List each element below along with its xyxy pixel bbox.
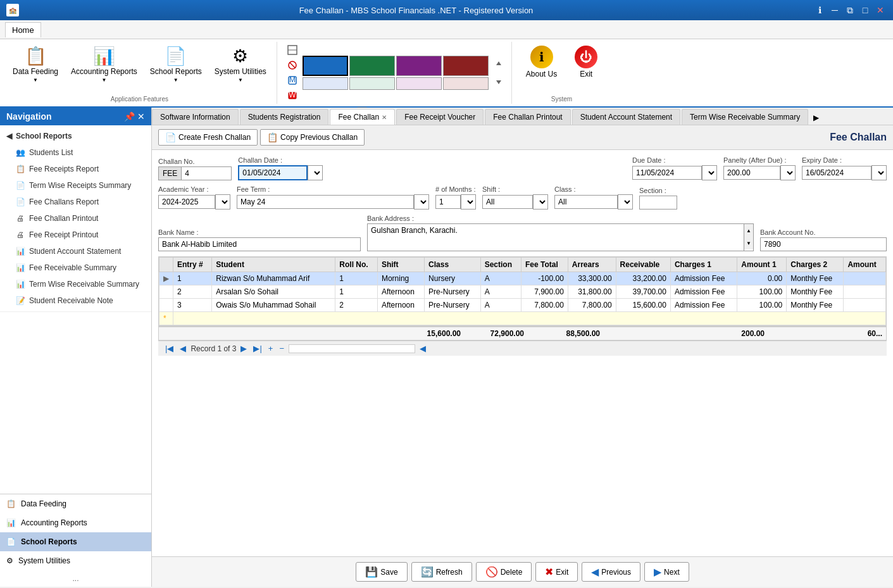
- bank-address-input[interactable]: Gulshan Branch, Karachi.: [367, 223, 744, 251]
- sidebar-more[interactable]: ...: [0, 570, 151, 587]
- fee-term-input[interactable]: [237, 195, 414, 209]
- tab-fee-challan[interactable]: Fee Challan ✕: [330, 109, 395, 125]
- accounting-reports-btn[interactable]: 📊 Accounting Reports ▼: [66, 43, 142, 85]
- nav-first-btn[interactable]: |◀: [163, 343, 175, 354]
- ribbon-small-btn-4[interactable]: W: [285, 89, 300, 103]
- school-reports-title[interactable]: ◀ School Reports: [0, 128, 151, 144]
- bank-account-input[interactable]: [760, 237, 887, 251]
- color-swatch-light2[interactable]: [349, 77, 395, 90]
- table-row[interactable]: 2 Arsalan S/o Sohail 1 Afternoon Pre-Nur…: [159, 285, 886, 299]
- due-date-input[interactable]: [632, 166, 702, 180]
- tab-students-registration[interactable]: Students Registration: [240, 109, 329, 125]
- sidebar-close-btn[interactable]: ✕: [137, 111, 145, 122]
- class-dropdown[interactable]: [618, 194, 633, 210]
- close-btn[interactable]: ✕: [874, 4, 887, 16]
- tab-more[interactable]: ▶: [809, 111, 823, 125]
- system-utilities-btn[interactable]: ⚙ System Utilities ▼: [209, 43, 272, 85]
- tab-fee-receipt-voucher[interactable]: Fee Receipt Voucher: [396, 109, 484, 125]
- color-swatch-blue[interactable]: [303, 56, 348, 76]
- bank-address-scroll-down[interactable]: ▼: [744, 237, 753, 249]
- copy-previous-challan-btn[interactable]: 📋 Copy Previous Challan: [260, 129, 365, 146]
- sidebar-item-fee-receivable[interactable]: 📊 Fee Receivable Summary: [0, 260, 151, 276]
- num-months-input[interactable]: [435, 195, 461, 209]
- shift-input[interactable]: [482, 195, 533, 209]
- tab-software-info[interactable]: Software Information: [152, 109, 239, 125]
- school-reports-btn[interactable]: 📄 School Reports ▼: [145, 43, 207, 85]
- create-fresh-challan-btn[interactable]: 📄 Create Fresh Challan: [158, 129, 258, 146]
- tab-fee-challan-printout[interactable]: Fee Challan Printout: [485, 109, 570, 125]
- expiry-date-dropdown[interactable]: [871, 165, 887, 180]
- sidebar-item-students-list[interactable]: 👥 Students List: [0, 144, 151, 161]
- tab-student-account-statement[interactable]: Student Account Statement: [572, 109, 680, 125]
- sidebar-item-student-receivable-note[interactable]: 📝 Student Receivable Note: [0, 292, 151, 309]
- nav-prev-btn[interactable]: ◀: [178, 343, 188, 354]
- nav-last-btn[interactable]: ▶|: [251, 343, 263, 354]
- exit-footer-btn[interactable]: ✖ Exit: [535, 562, 578, 582]
- color-swatch-light3[interactable]: [396, 77, 442, 90]
- sidebar-accounting-reports[interactable]: 📊 Accounting Reports: [0, 513, 151, 532]
- sidebar-item-fee-challans-report[interactable]: 📄 Fee Challans Report: [0, 194, 151, 210]
- num-months-dropdown[interactable]: [461, 194, 476, 210]
- restore-btn[interactable]: ⧉: [844, 4, 856, 16]
- color-swatch-purple[interactable]: [396, 56, 442, 76]
- previous-btn[interactable]: ◀ Previous: [582, 562, 640, 582]
- color-swatch-green[interactable]: [349, 56, 395, 76]
- refresh-btn[interactable]: 🔄 Refresh: [411, 562, 472, 582]
- ribbon-small-btn-1[interactable]: [285, 43, 300, 57]
- exit-btn[interactable]: ⏻ Exit: [568, 43, 604, 81]
- panelty-input[interactable]: [723, 166, 780, 180]
- ribbon-small-btn-5[interactable]: [491, 58, 506, 72]
- sidebar-item-fee-challan-printout[interactable]: 🖨 Fee Challan Printout: [0, 210, 151, 227]
- shift-dropdown[interactable]: [533, 194, 548, 210]
- table-row[interactable]: ▶ 1 Rizwan S/o Muhammad Arif 1 Morning N…: [159, 272, 886, 285]
- bank-address-scroll-up[interactable]: ▲: [744, 224, 753, 237]
- nav-delete-btn[interactable]: −: [277, 343, 286, 354]
- table-new-row[interactable]: *: [159, 312, 886, 325]
- minimize-btn[interactable]: ─: [828, 4, 841, 16]
- ribbon-small-btn-3[interactable]: M: [285, 73, 300, 87]
- system-utilities-bottom-icon: ⚙: [6, 556, 13, 565]
- challan-date-input[interactable]: [238, 165, 308, 180]
- fee-term-dropdown[interactable]: [414, 194, 429, 210]
- about-us-btn[interactable]: ℹ About Us: [520, 43, 563, 81]
- color-swatch-red[interactable]: [443, 56, 489, 76]
- color-swatch-light4[interactable]: [443, 77, 489, 90]
- delete-btn[interactable]: 🚫 Delete: [476, 562, 532, 582]
- sidebar-item-fee-receipts[interactable]: 📋 Fee Receipts Report: [0, 161, 151, 177]
- ribbon-small-btn-2[interactable]: [285, 58, 300, 72]
- academic-year-dropdown[interactable]: [215, 194, 230, 210]
- challan-date-dropdown[interactable]: [308, 165, 323, 180]
- sidebar-system-utilities[interactable]: ⚙ System Utilities: [0, 551, 151, 570]
- class-input[interactable]: [554, 195, 618, 209]
- sidebar-pin-btn[interactable]: 📌: [124, 111, 135, 122]
- panelty-dropdown[interactable]: [780, 165, 796, 180]
- sidebar-item-student-account[interactable]: 📊 Student Account Statement: [0, 243, 151, 260]
- bank-name-input[interactable]: [158, 237, 361, 251]
- challan-no-input[interactable]: [181, 166, 232, 180]
- section-input[interactable]: [639, 196, 677, 210]
- cell-class: Nursery: [425, 272, 481, 285]
- info-btn[interactable]: ℹ: [813, 4, 826, 16]
- nav-next-btn[interactable]: ▶: [239, 343, 249, 354]
- next-btn[interactable]: ▶ Next: [644, 562, 689, 582]
- sidebar-item-term-wise-receivable[interactable]: 📊 Term Wise Receivable Summary: [0, 276, 151, 292]
- nav-scroll-left-btn[interactable]: ◀: [418, 343, 428, 354]
- sidebar-school-reports[interactable]: 📄 School Reports: [0, 532, 151, 551]
- nav-add-btn[interactable]: +: [266, 343, 275, 354]
- expiry-date-input[interactable]: [802, 166, 871, 180]
- maximize-btn[interactable]: □: [859, 4, 871, 16]
- tab-close-fee-challan[interactable]: ✕: [382, 114, 387, 121]
- tab-term-wise-receivable-summary[interactable]: Term Wise Receivable Summary: [682, 109, 808, 125]
- menu-home[interactable]: Home: [5, 22, 41, 37]
- sidebar-data-feeding[interactable]: 📋 Data Feeding: [0, 494, 151, 513]
- save-btn[interactable]: 💾 Save: [356, 562, 407, 582]
- due-date-dropdown[interactable]: [702, 165, 717, 180]
- sidebar-item-fee-receipt-printout[interactable]: 🖨 Fee Receipt Printout: [0, 227, 151, 243]
- sidebar-item-term-wise-receipts[interactable]: 📄 Term Wise Receipts Summary: [0, 177, 151, 194]
- cell-charges2: Monthly Fee: [787, 299, 844, 312]
- ribbon-small-btn-6[interactable]: [491, 73, 506, 87]
- table-row[interactable]: 3 Owais S/o Muhammad Sohail 2 Afternoon …: [159, 299, 886, 312]
- data-feeding-btn[interactable]: 📋 Data Feeding ▼: [8, 43, 63, 85]
- color-swatch-light1[interactable]: [303, 77, 348, 90]
- academic-year-input[interactable]: [158, 195, 215, 209]
